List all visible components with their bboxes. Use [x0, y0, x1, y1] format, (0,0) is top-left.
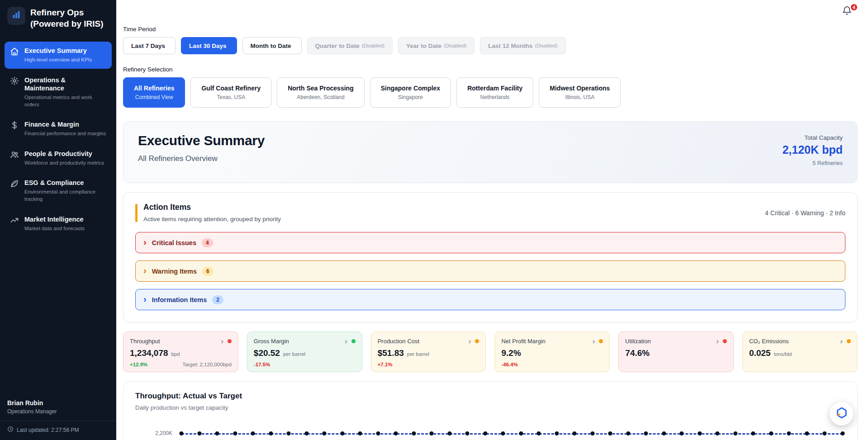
nav-desc: Operational metrics and work orders	[24, 94, 106, 108]
sidebar-footer: Brian Rubin Operations Manager Last upda…	[0, 394, 116, 440]
time-period-label: Time Period	[123, 26, 858, 33]
data-point-marker	[519, 431, 523, 435]
app-header: Refinery Ops (Powered by IRIS)	[0, 0, 116, 35]
sidebar-item-finance-margin[interactable]: Finance & Margin Financial performance a…	[5, 115, 112, 142]
action-items-card: Action Items Active items requiring atte…	[123, 192, 858, 322]
data-point-marker	[376, 431, 380, 435]
app-logo	[7, 7, 25, 25]
refinery-card-north-sea[interactable]: North Sea Processing Aberdeen, Scotland	[277, 77, 365, 108]
chat-widget-button[interactable]	[830, 402, 854, 426]
refinery-card-singapore[interactable]: Singapore Complex Singapore	[370, 77, 451, 108]
group-label: Warning Items	[152, 268, 197, 275]
sidebar: Refinery Ops (Powered by IRIS) Executive…	[0, 0, 116, 440]
data-point-marker	[626, 431, 630, 435]
data-point-marker	[680, 431, 684, 435]
data-point-marker	[430, 431, 434, 435]
chevron-right-icon: ›	[143, 294, 147, 303]
data-point-marker	[358, 431, 362, 435]
data-point-marker	[412, 431, 416, 435]
data-point-marker	[180, 431, 184, 435]
information-items-row[interactable]: › Information Items 2	[135, 289, 845, 310]
sidebar-item-people-productivity[interactable]: People & Productivity Workforce and prod…	[5, 145, 112, 172]
count-badge: 6	[202, 267, 213, 276]
last-updated: Last updated: 2:27:56 PM	[0, 421, 116, 434]
refinery-selection-label: Refinery Selection	[123, 66, 858, 73]
data-point-marker	[841, 431, 845, 435]
data-point-marker	[233, 431, 237, 435]
critical-issues-row[interactable]: › Critical Issues 4	[135, 232, 845, 253]
bar-chart-icon	[11, 10, 21, 22]
chart-title: Throughput: Actual vs Target	[135, 392, 845, 401]
throughput-chart-card: Throughput: Actual vs Target Daily produ…	[123, 381, 858, 440]
kpi-card-gross-margin[interactable]: Gross Margin › $20.52 per barrel -17.5%	[247, 331, 362, 372]
data-point-marker	[823, 431, 827, 435]
sidebar-item-executive-summary[interactable]: Executive Summary High-level overview an…	[5, 42, 112, 69]
hexagon-chat-icon	[835, 407, 848, 421]
people-icon	[10, 150, 19, 159]
accent-bar	[135, 204, 138, 222]
sidebar-item-esg-compliance[interactable]: ESG & Compliance Environmental and compl…	[5, 174, 112, 208]
last-updated-text: Last updated: 2:27:56 PM	[17, 427, 79, 433]
notifications-button[interactable]: 4	[842, 5, 855, 19]
chart-plot: 2,200K 1,650K	[179, 423, 845, 440]
nav-desc: Environmental and compliance tracking	[24, 189, 106, 203]
chevron-right-icon: ›	[221, 337, 223, 345]
user-role: Operations Manager	[7, 408, 109, 415]
refinery-card-all-refineries[interactable]: All Refineries Combined View	[123, 77, 185, 108]
kpi-card-throughput[interactable]: Throughput › 1,234,078 bpd +12.9% Target…	[123, 331, 238, 372]
app-root: Refinery Ops (Powered by IRIS) Executive…	[0, 0, 868, 440]
refinery-card-gulf-coast[interactable]: Gulf Coast Refinery Texas, USA	[190, 77, 271, 108]
home-icon	[10, 47, 19, 56]
sidebar-item-market-intelligence[interactable]: Market Intelligence Market data and fore…	[5, 210, 112, 237]
refinery-card-rotterdam[interactable]: Rotterdam Facility Netherlands	[456, 77, 533, 108]
data-point-marker	[805, 431, 809, 435]
status-dot-yellow	[599, 339, 603, 343]
data-point-marker	[215, 431, 219, 435]
data-point-marker	[501, 431, 505, 435]
nav-desc: Workforce and productivity metrics	[24, 160, 104, 167]
count-badge: 4	[202, 238, 213, 247]
data-point-marker	[340, 431, 344, 435]
nav-label: Finance & Margin	[24, 120, 106, 128]
nav-desc: High-level overview and KPIs	[24, 57, 92, 64]
page-subtitle: All Refineries Overview	[138, 154, 265, 163]
user-name: Brian Rubin	[7, 399, 109, 407]
group-label: Critical Issues	[152, 239, 196, 246]
action-items-title: Action Items	[143, 203, 281, 212]
data-point-marker	[269, 431, 273, 435]
time-period-quarter-to-date: Quarter to Date(Disabled)	[307, 37, 393, 54]
clock-icon	[7, 426, 14, 434]
data-point-marker	[537, 431, 541, 435]
action-items-summary: 4 Critical · 6 Warning · 2 Info	[765, 209, 845, 217]
data-point-marker	[716, 431, 720, 435]
count-badge: 2	[212, 295, 223, 304]
data-point-marker	[662, 431, 666, 435]
data-point-marker	[197, 431, 201, 435]
kpi-card-utilization[interactable]: Utilization › 74.6%	[618, 331, 734, 372]
time-period-group: Last 7 Days Last 30 Days Month to Date Q…	[123, 37, 858, 54]
data-point-marker	[751, 431, 755, 435]
chevron-right-icon: ›	[143, 266, 147, 275]
time-period-last-7-days[interactable]: Last 7 Days	[123, 37, 175, 54]
refinery-selection-group: All Refineries Combined View Gulf Coast …	[123, 77, 858, 108]
warning-items-row[interactable]: › Warning Items 6	[135, 260, 845, 282]
data-point-marker	[251, 431, 255, 435]
executive-summary-hero: Executive Summary All Refineries Overvie…	[123, 121, 858, 183]
kpi-row: Throughput › 1,234,078 bpd +12.9% Target…	[123, 331, 858, 372]
kpi-card-co2-emissions[interactable]: CO₂ Emissions › 0.025 tons/bbl	[742, 331, 858, 372]
nav-label: ESG & Compliance	[24, 179, 106, 187]
bell-icon	[842, 9, 852, 17]
leaf-icon	[10, 179, 19, 188]
chevron-right-icon: ›	[840, 337, 843, 345]
time-period-month-to-date[interactable]: Month to Date	[242, 37, 302, 54]
sidebar-item-operations-maintenance[interactable]: Operations & Maintenance Operational met…	[5, 71, 112, 113]
total-capacity-value: 2,120K bpd	[783, 143, 843, 156]
kpi-card-production-cost[interactable]: Production Cost › $51.83 per barrel +7.1…	[371, 331, 486, 372]
status-dot-yellow	[847, 339, 851, 343]
time-period-last-30-days[interactable]: Last 30 Days	[181, 37, 237, 54]
nav-desc: Market data and forecasts	[24, 225, 85, 232]
kpi-card-net-profit-margin[interactable]: Net Profit Margin › 9.2% -46.4%	[494, 331, 610, 372]
refinery-card-midwest[interactable]: Midwest Operations Illinois, USA	[539, 77, 621, 108]
data-point-marker	[697, 431, 702, 435]
nav-label: Operations & Maintenance	[24, 76, 106, 92]
